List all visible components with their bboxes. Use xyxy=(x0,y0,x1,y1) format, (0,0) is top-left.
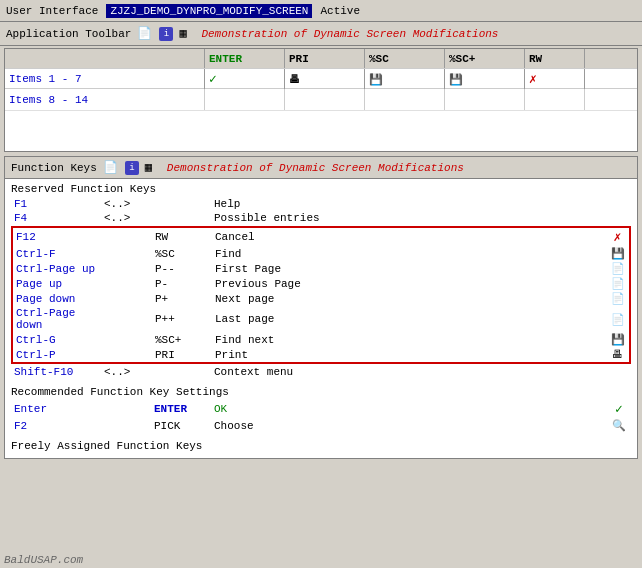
section-divider-1 xyxy=(11,382,631,383)
ctrlpgup-page-icon: 📄 xyxy=(611,263,625,275)
ctrlpgdown-page-icon: 📄 xyxy=(611,314,625,326)
fk-icon-ctrlp: 🖶 xyxy=(606,347,630,363)
fk-code-shiftf10 xyxy=(151,365,211,379)
ui-label: User Interface xyxy=(6,5,98,17)
fk-title: Demonstration of Dynamic Screen Modifica… xyxy=(167,162,464,174)
fk-icon-f2: 🔍 xyxy=(607,418,631,433)
ctrlf-floppy-icon: 💾 xyxy=(611,248,625,260)
fk-icon-f4 xyxy=(607,211,631,225)
pgdown-page-icon: 📄 xyxy=(611,293,625,305)
fk-desc-ctrlg: Find next xyxy=(212,332,606,347)
rw-col-header: RW xyxy=(525,49,585,68)
fk-desc-f4: Possible entries xyxy=(211,211,607,225)
doc-icon[interactable]: 📄 xyxy=(137,26,153,42)
watermark: BaldUSAP.com xyxy=(0,554,83,566)
items-row2: Items 8 - 14 xyxy=(5,89,637,111)
fk-grid-icon[interactable]: ▦ xyxy=(145,160,161,176)
fk-icon-pgdown: 📄 xyxy=(606,291,630,306)
fk-code-f4 xyxy=(151,211,211,225)
f12-red-x-icon: ✗ xyxy=(614,230,622,245)
fk-row-ctrlf: Ctrl-F %SC Find 💾 xyxy=(12,246,630,261)
reserved-title: Reserved Function Keys xyxy=(11,183,631,195)
ctrlp-printer-icon: 🖶 xyxy=(612,349,623,361)
status-text: Active xyxy=(320,5,360,17)
fk-label: Function Keys xyxy=(11,162,97,174)
fk-code-ctrlpgup: P-- xyxy=(152,261,212,276)
fk-arrow-f1: <..> xyxy=(101,197,151,211)
ok-text: OK xyxy=(214,403,227,415)
fk-row-f1: F1 <..> Help xyxy=(11,197,631,211)
fk-desc-shiftf10: Context menu xyxy=(211,365,607,379)
fk-row-enter: Enter ENTER OK ✓ xyxy=(11,400,631,418)
items-panel: ENTER PRI %SC %SC+ RW Items 1 - 7 ✓ 🖶 💾 … xyxy=(4,48,638,152)
fk-code-pgup: P- xyxy=(152,276,212,291)
items-row2-enter xyxy=(205,89,285,110)
fk-icon-enter: ✓ xyxy=(607,400,631,418)
recommended-title: Recommended Function Key Settings xyxy=(11,386,631,398)
fk-code-pgdown: P+ xyxy=(152,291,212,306)
fk-key-pgdown: Page down xyxy=(12,291,102,306)
fk-code-ctrlg: %SC+ xyxy=(152,332,212,347)
fk-row-ctrlpgdown: Ctrl-Page down P++ Last page 📄 xyxy=(12,306,630,332)
fk-info-icon[interactable]: i xyxy=(125,161,139,175)
items-row2-rw xyxy=(525,89,585,110)
items-col-header xyxy=(5,49,205,68)
ctrlg-floppy-icon: 💾 xyxy=(611,334,625,346)
fk-row-ctrlpgup: Ctrl-Page up P-- First Page 📄 xyxy=(12,261,630,276)
screen-name-badge: ZJZJ_DEMO_DYNPRO_MODIFY_SCREEN xyxy=(106,4,312,18)
section-divider-2 xyxy=(11,436,631,437)
fk-desc-pgdown: Next page xyxy=(212,291,606,306)
fk-row-pgup: Page up P- Previous Page 📄 xyxy=(12,276,630,291)
fk-icon-f1 xyxy=(607,197,631,211)
fk-desc-enter: OK xyxy=(211,400,607,418)
enter-col-header: ENTER xyxy=(205,49,285,68)
app-toolbar-title: Demonstration of Dynamic Screen Modifica… xyxy=(201,28,498,40)
fk-row-f2: F2 PICK Choose 🔍 xyxy=(11,418,631,433)
fk-key-ctrlpgdown: Ctrl-Page down xyxy=(12,306,102,332)
reserved-fk-table: F1 <..> Help F4 <..> Possible entries xyxy=(11,197,631,225)
fk-code-f12: RW xyxy=(152,227,212,246)
fk-arrow-f2 xyxy=(101,418,151,433)
fk-arrow-ctrlp xyxy=(102,347,152,363)
fk-icon-ctrlg: 💾 xyxy=(606,332,630,347)
fk-arrow-ctrlf xyxy=(102,246,152,261)
fk-icon-f12: ✗ xyxy=(606,227,630,246)
recommended-fk-table: Enter ENTER OK ✓ F2 PICK Choose 🔍 xyxy=(11,400,631,433)
fk-arrow-f12 xyxy=(102,227,152,246)
function-keys-section: Function Keys 📄 i ▦ Demonstration of Dyn… xyxy=(4,156,638,459)
fk-icon-shiftf10 xyxy=(607,365,631,379)
fk-key-ctrlpgup: Ctrl-Page up xyxy=(12,261,102,276)
fk-shiftf10-table: Shift-F10 <..> Context menu xyxy=(11,365,631,379)
grid-icon[interactable]: ▦ xyxy=(179,26,195,42)
fk-key-f1: F1 xyxy=(11,197,101,211)
fk-row-ctrlg: Ctrl-G %SC+ Find next 💾 xyxy=(12,332,630,347)
sc-col-header: %SC xyxy=(365,49,445,68)
fk-toolbar: Function Keys 📄 i ▦ Demonstration of Dyn… xyxy=(4,156,638,178)
items-row2-sc-plus xyxy=(445,89,525,110)
fk-doc-icon[interactable]: 📄 xyxy=(103,160,119,176)
printer-icon-row1: 🖶 xyxy=(289,73,300,86)
fk-row-f12: F12 RW Cancel ✗ xyxy=(12,227,630,246)
rw-red-x: ✗ xyxy=(529,71,537,87)
spacer2 xyxy=(5,131,637,151)
fk-desc-ctrlpgdown: Last page xyxy=(212,306,606,332)
pri-icon-cell: 🖶 xyxy=(285,69,365,89)
fk-key-enter: Enter xyxy=(11,400,101,418)
floppy-icon-row1b: 💾 xyxy=(449,73,463,86)
fk-code-ctrlf: %SC xyxy=(152,246,212,261)
fk-arrow-ctrlpgup xyxy=(102,261,152,276)
fk-icon-ctrlf: 💾 xyxy=(606,246,630,261)
fk-desc-ctrlpgup: First Page xyxy=(212,261,606,276)
fk-desc-f1: Help xyxy=(211,197,607,211)
fk-key-ctrlp: Ctrl-P xyxy=(12,347,102,363)
items-header: ENTER PRI %SC %SC+ RW xyxy=(5,49,637,69)
fk-desc-ctrlf: Find xyxy=(212,246,606,261)
fk-desc-f12: Cancel xyxy=(212,227,606,246)
fk-arrow-ctrlpgdown xyxy=(102,306,152,332)
fk-row-ctrlp: Ctrl-P PRI Print 🖶 xyxy=(12,347,630,363)
info-icon[interactable]: i xyxy=(159,27,173,41)
floppy-icon-row1: 💾 xyxy=(369,73,383,86)
enter-checkmark: ✓ xyxy=(209,71,217,87)
pgup-page-icon: 📄 xyxy=(611,278,625,290)
fk-arrow-f4: <..> xyxy=(101,211,151,225)
